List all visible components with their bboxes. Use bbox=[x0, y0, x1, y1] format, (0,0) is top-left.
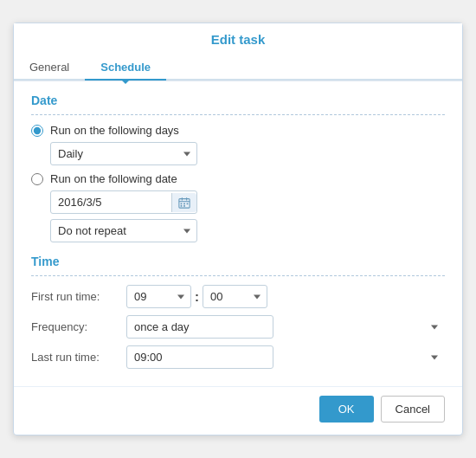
repeat-select-wrap: Do not repeat Daily Weekly Monthly bbox=[50, 219, 197, 242]
first-run-label: First run time: bbox=[31, 290, 126, 303]
dialog-body: Date Run on the following days Daily Wee… bbox=[14, 81, 462, 377]
min-select[interactable]: 00051015 20253035 40455055 bbox=[203, 285, 267, 308]
svg-rect-8 bbox=[183, 205, 185, 207]
dialog-title: Edit task bbox=[14, 32, 462, 54]
tab-schedule[interactable]: Schedule bbox=[85, 55, 166, 81]
radio-following-days[interactable] bbox=[31, 125, 43, 137]
radio-row-date: Run on the following date bbox=[31, 172, 445, 185]
dialog-header: Edit task General Schedule bbox=[14, 23, 462, 81]
svg-rect-6 bbox=[187, 203, 189, 204]
date-input-wrap bbox=[50, 190, 197, 214]
tab-active-indicator bbox=[120, 79, 131, 84]
min-select-wrap: 00051015 20253035 40455055 bbox=[203, 285, 267, 308]
radio-following-date[interactable] bbox=[31, 173, 43, 185]
date-input[interactable] bbox=[51, 191, 171, 213]
time-divider bbox=[31, 275, 445, 276]
last-run-select[interactable]: 09:0010:0011:00 12:0013:0014:00 15:0016:… bbox=[126, 345, 273, 369]
days-select[interactable]: Daily Weekly Monthly bbox=[50, 142, 197, 165]
frequency-select-wrap: once a day every 30 minutes every hour e… bbox=[126, 315, 445, 339]
hour-select-wrap: 00010203 04050607 08091011 12131415 1617… bbox=[126, 285, 191, 308]
radio-row-days: Run on the following days bbox=[31, 124, 445, 137]
tab-bar: General Schedule bbox=[14, 55, 462, 81]
calendar-icon bbox=[178, 197, 190, 209]
last-run-label: Last run time: bbox=[31, 351, 126, 364]
date-section-title: Date bbox=[31, 94, 445, 107]
radio-following-days-label: Run on the following days bbox=[50, 124, 179, 137]
cancel-button[interactable]: Cancel bbox=[381, 396, 445, 423]
time-section-title: Time bbox=[31, 255, 445, 268]
time-colon: : bbox=[195, 289, 199, 304]
frequency-label: Frequency: bbox=[31, 320, 126, 333]
repeat-select[interactable]: Do not repeat Daily Weekly Monthly bbox=[50, 219, 197, 242]
calendar-button[interactable] bbox=[171, 193, 196, 212]
date-radio-group: Run on the following days Daily Weekly M… bbox=[31, 124, 445, 242]
tab-general[interactable]: General bbox=[14, 55, 85, 81]
last-run-select-wrap: 09:0010:0011:00 12:0013:0014:00 15:0016:… bbox=[126, 345, 445, 369]
first-run-row: 00010203 04050607 08091011 12131415 1617… bbox=[126, 285, 445, 308]
dialog-footer: OK Cancel bbox=[14, 386, 462, 435]
time-grid: First run time: 00010203 04050607 080910… bbox=[31, 285, 445, 369]
date-divider bbox=[31, 114, 445, 115]
date-inputs-wrap: Do not repeat Daily Weekly Monthly bbox=[50, 190, 445, 242]
svg-rect-7 bbox=[181, 205, 183, 207]
svg-rect-4 bbox=[181, 203, 183, 204]
hour-select[interactable]: 00010203 04050607 08091011 12131415 1617… bbox=[126, 285, 191, 308]
frequency-select[interactable]: once a day every 30 minutes every hour e… bbox=[126, 315, 273, 339]
days-select-wrap: Daily Weekly Monthly bbox=[50, 142, 197, 165]
days-dropdown-wrap: Daily Weekly Monthly bbox=[50, 142, 445, 165]
time-section: Time First run time: 00010203 04050607 0… bbox=[31, 255, 445, 369]
ok-button[interactable]: OK bbox=[319, 396, 374, 423]
edit-task-dialog: Edit task General Schedule Date Run on t… bbox=[13, 23, 463, 435]
svg-rect-5 bbox=[183, 203, 185, 204]
radio-following-date-label: Run on the following date bbox=[50, 172, 177, 185]
